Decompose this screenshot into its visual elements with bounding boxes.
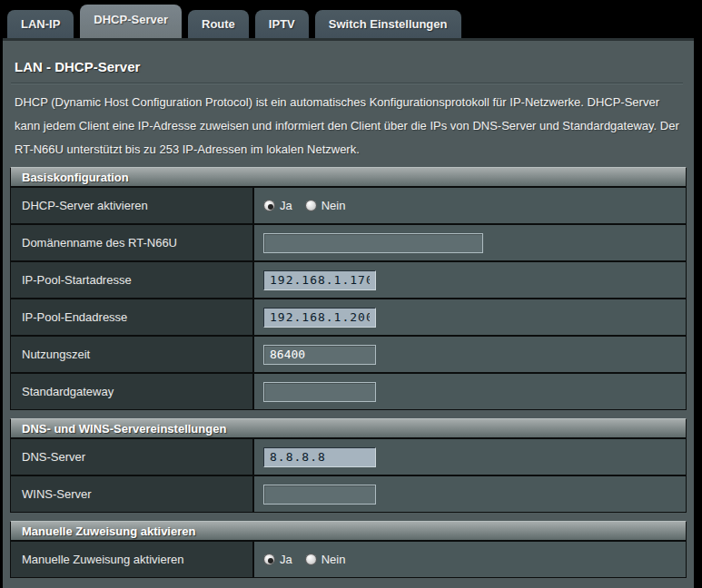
tab-dhcp-server[interactable]: DHCP-Server <box>80 5 182 38</box>
manual-assignment-enable-radio-group: JaNein <box>263 553 345 566</box>
radio-button-icon[interactable] <box>305 554 317 565</box>
row-label: DHCP-Server aktivieren <box>11 188 254 223</box>
title-divider <box>11 83 683 84</box>
radio-option-label: Ja <box>280 553 292 566</box>
tab-bar: LAN-IPDHCP-ServerRouteIPTVSwitch Einstel… <box>0 0 702 38</box>
tab-lan-ip[interactable]: LAN-IP <box>7 10 74 38</box>
section-heading: DNS- und WINS-Servereinstellungen <box>11 419 686 439</box>
table-row-ip-pool-end: IP-Pool-Endadresse <box>11 299 686 337</box>
table-row-manual-assignment-enable: Manuelle Zuweisung aktivierenJaNein <box>11 542 686 577</box>
tab-route[interactable]: Route <box>188 10 249 38</box>
tab-switch-einstellungen[interactable]: Switch Einstellungen <box>315 10 461 38</box>
radio-button-icon[interactable] <box>263 554 275 565</box>
radio-button-icon[interactable] <box>305 200 317 211</box>
row-value <box>254 476 686 512</box>
section-dns-und-wins-servereinstellungen: DNS- und WINS-ServereinstellungenDNS-Ser… <box>10 418 687 513</box>
row-value <box>254 225 686 260</box>
page-title: LAN - DHCP-Server <box>15 59 694 74</box>
row-label: IP-Pool-Endadresse <box>11 299 254 335</box>
radio-option-label: Nein <box>321 553 346 566</box>
section-heading: Basiskonfiguration <box>11 168 686 188</box>
table-row-lease-time: Nutzungszeit <box>11 337 686 374</box>
manual-assignment-enable-option-ja[interactable]: Ja <box>263 553 292 566</box>
wins-server-input[interactable] <box>263 485 376 505</box>
section-manuelle-zuweisung-aktivieren: Manuelle Zuweisung aktivierenManuelle Zu… <box>10 521 687 578</box>
dns-server-input[interactable] <box>263 447 376 467</box>
lease-time-input[interactable] <box>263 345 376 365</box>
row-value <box>254 374 686 409</box>
radio-option-label: Ja <box>280 199 292 212</box>
dhcp-server-enable-option-nein[interactable]: Nein <box>305 199 346 212</box>
row-label: Manuelle Zuweisung aktivieren <box>11 542 254 577</box>
row-label: IP-Pool-Startadresse <box>11 262 254 298</box>
row-value <box>254 299 686 335</box>
row-value: JaNein <box>254 542 686 577</box>
section-basiskonfiguration: BasiskonfigurationDHCP-Server aktivieren… <box>10 167 687 410</box>
table-row-domain-name: Domänenname des RT-N66U <box>11 225 686 262</box>
default-gateway-input[interactable] <box>263 382 376 402</box>
row-label: DNS-Server <box>11 439 254 475</box>
dhcp-server-enable-option-ja[interactable]: Ja <box>263 199 292 212</box>
table-row-dns-server: DNS-Server <box>11 439 686 476</box>
table-row-default-gateway: Standardgateway <box>11 374 686 409</box>
dhcp-server-enable-radio-group: JaNein <box>263 199 345 212</box>
page-description: DHCP (Dynamic Host Configuration Protoco… <box>15 91 681 162</box>
settings-sections: BasiskonfigurationDHCP-Server aktivieren… <box>3 167 694 578</box>
tab-iptv[interactable]: IPTV <box>255 10 309 38</box>
section-heading: Manuelle Zuweisung aktivieren <box>11 522 686 542</box>
row-value: JaNein <box>254 188 686 223</box>
ip-pool-end-input[interactable] <box>263 308 376 328</box>
manual-assignment-enable-option-nein[interactable]: Nein <box>305 553 346 566</box>
row-label: Nutzungszeit <box>11 337 254 372</box>
row-label: WINS-Server <box>11 476 254 512</box>
table-row-dhcp-server-enable: DHCP-Server aktivierenJaNein <box>11 188 686 225</box>
radio-option-label: Nein <box>321 199 346 212</box>
row-label: Standardgateway <box>11 374 254 409</box>
content-panel: LAN - DHCP-Server DHCP (Dynamic Host Con… <box>3 38 694 588</box>
radio-button-icon[interactable] <box>263 200 275 211</box>
row-value <box>254 262 686 298</box>
row-value <box>254 337 686 372</box>
table-row-ip-pool-start: IP-Pool-Startadresse <box>11 262 686 299</box>
domain-name-input[interactable] <box>263 233 483 253</box>
row-value <box>254 439 686 475</box>
row-label: Domänenname des RT-N66U <box>11 225 254 260</box>
table-row-wins-server: WINS-Server <box>11 476 686 512</box>
ip-pool-start-input[interactable] <box>263 270 376 290</box>
